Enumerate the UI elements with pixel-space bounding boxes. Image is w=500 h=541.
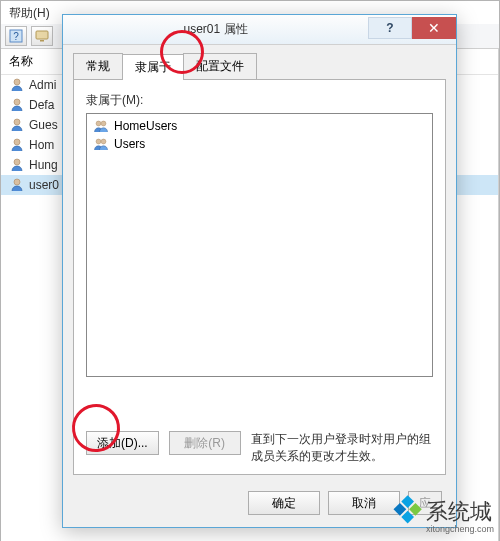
tab-general[interactable]: 常规 [73, 53, 123, 79]
svg-point-5 [14, 99, 20, 105]
dialog-help-button[interactable]: ? [368, 17, 412, 39]
svg-rect-2 [36, 31, 48, 39]
svg-point-4 [14, 79, 20, 85]
svg-rect-3 [40, 40, 44, 42]
user-list-label: Defa [29, 98, 54, 112]
svg-point-10 [96, 121, 101, 126]
group-icon [93, 136, 109, 152]
svg-point-11 [101, 121, 106, 126]
svg-point-7 [14, 139, 20, 145]
watermark-brand: 系统城 [426, 499, 492, 524]
user-icon [9, 157, 25, 173]
tab-panel-member-of: 隶属于(M): HomeUsersUsers 添加(D)... 删除(R) 直到… [73, 79, 446, 475]
svg-rect-17 [401, 511, 414, 524]
svg-rect-15 [409, 503, 422, 516]
user-list-label: Hung [29, 158, 58, 172]
dialog-title: user01 属性 [63, 21, 368, 38]
user-icon [9, 137, 25, 153]
add-button[interactable]: 添加(D)... [86, 431, 159, 455]
user-icon [9, 97, 25, 113]
svg-point-13 [101, 139, 106, 144]
watermark-url: xitongcheng.com [426, 525, 494, 534]
toolbar-help-icon[interactable]: ? [5, 26, 27, 46]
dialog-titlebar[interactable]: user01 属性 ? ✕ [63, 15, 456, 45]
svg-text:?: ? [13, 31, 19, 42]
ok-button[interactable]: 确定 [248, 491, 320, 515]
group-listbox[interactable]: HomeUsersUsers [86, 113, 433, 377]
svg-point-8 [14, 159, 20, 165]
group-list-item[interactable]: Users [91, 135, 428, 153]
membership-note: 直到下一次用户登录时对用户的组成员关系的更改才生效。 [251, 431, 433, 465]
watermark-logo-icon [382, 495, 422, 535]
member-of-label: 隶属于(M): [86, 92, 433, 109]
user-list-label: Hom [29, 138, 54, 152]
remove-button: 删除(R) [169, 431, 241, 455]
group-list-label: Users [114, 137, 145, 151]
svg-rect-16 [393, 503, 406, 516]
svg-point-6 [14, 119, 20, 125]
watermark: 系统城 xitongcheng.com [382, 495, 494, 535]
toolbar-monitor-icon[interactable] [31, 26, 53, 46]
svg-point-12 [96, 139, 101, 144]
tab-profile[interactable]: 配置文件 [183, 53, 257, 79]
user-list-label: Gues [29, 118, 58, 132]
tab-member-of[interactable]: 隶属于 [122, 54, 184, 80]
tab-strip: 常规 隶属于 配置文件 [73, 53, 446, 79]
user-list-label: user0 [29, 178, 59, 192]
dialog-close-button[interactable]: ✕ [412, 17, 456, 39]
group-icon [93, 118, 109, 134]
user-icon [9, 177, 25, 193]
svg-rect-14 [401, 495, 414, 508]
group-list-item[interactable]: HomeUsers [91, 117, 428, 135]
user-icon [9, 117, 25, 133]
user-list-label: Admi [29, 78, 56, 92]
svg-point-9 [14, 179, 20, 185]
user-icon [9, 77, 25, 93]
properties-dialog: user01 属性 ? ✕ 常规 隶属于 配置文件 隶属于(M): HomeUs… [62, 14, 457, 528]
group-list-label: HomeUsers [114, 119, 177, 133]
